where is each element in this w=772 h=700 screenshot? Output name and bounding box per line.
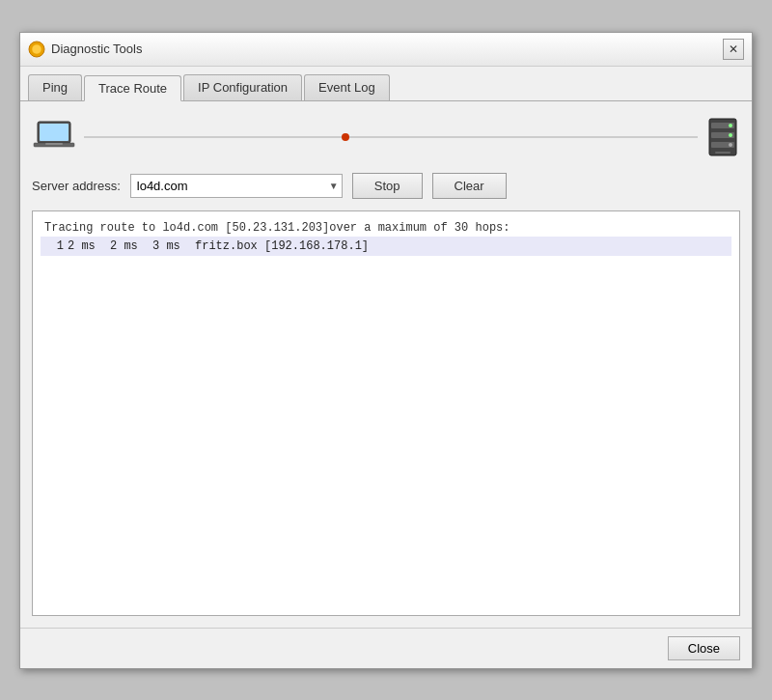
output-box: Tracing route to lo4d.com [50.23.131.203… <box>32 210 740 616</box>
app-icon <box>28 41 45 58</box>
close-icon: ✕ <box>729 42 738 56</box>
visual-progress-bar <box>32 113 740 161</box>
close-button[interactable]: Close <box>668 636 740 660</box>
title-bar-left: Diagnostic Tools <box>28 41 142 58</box>
laptop-icon <box>32 118 76 156</box>
clear-button[interactable]: Clear <box>432 173 507 199</box>
svg-rect-5 <box>45 143 63 145</box>
server-select-wrap: lo4d.com ▼ <box>130 174 343 198</box>
tab-ping[interactable]: Ping <box>28 74 82 100</box>
output-header: Tracing route to lo4d.com [50.23.131.203… <box>41 219 731 237</box>
progress-dot <box>342 133 349 141</box>
svg-point-10 <box>729 133 732 137</box>
svg-point-1 <box>32 44 41 54</box>
progress-line <box>84 136 698 138</box>
server-address-label: Server address: <box>32 179 121 193</box>
window-title: Diagnostic Tools <box>51 42 142 56</box>
bottom-bar: Close <box>20 628 752 668</box>
main-content: Server address: lo4d.com ▼ Stop Clear Tr… <box>20 101 752 628</box>
hop-host: fritz.box [192.168.178.1] <box>195 239 728 253</box>
table-row: 1 2 ms 2 ms 3 ms fritz.box [192.168.178.… <box>41 237 731 256</box>
title-bar: Diagnostic Tools ✕ <box>20 33 752 67</box>
ms3: 3 ms <box>152 239 191 253</box>
svg-point-8 <box>729 124 732 127</box>
server-address-select[interactable]: lo4d.com <box>130 174 343 198</box>
ms1: 2 ms <box>68 239 106 253</box>
svg-rect-3 <box>40 124 69 141</box>
progress-line-wrap <box>84 132 698 142</box>
ms2: 2 ms <box>110 239 149 253</box>
svg-point-12 <box>729 143 732 147</box>
tab-bar: Ping Trace Route IP Configuration Event … <box>20 67 752 101</box>
svg-rect-13 <box>715 152 731 154</box>
main-window: Diagnostic Tools ✕ Ping Trace Route IP C… <box>19 32 753 669</box>
server-address-row: Server address: lo4d.com ▼ Stop Clear <box>32 173 740 199</box>
tab-ip-configuration[interactable]: IP Configuration <box>183 74 302 100</box>
server-icon <box>705 117 740 157</box>
hop-number: 1 <box>44 239 64 253</box>
tab-event-log[interactable]: Event Log <box>304 74 390 100</box>
tab-trace-route[interactable]: Trace Route <box>84 75 181 101</box>
window-close-button[interactable]: ✕ <box>723 39 744 60</box>
stop-button[interactable]: Stop <box>352 173 423 199</box>
